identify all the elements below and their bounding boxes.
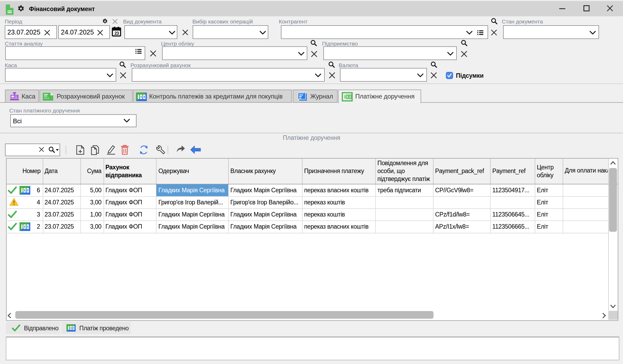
- svg-text:23: 23: [114, 31, 119, 36]
